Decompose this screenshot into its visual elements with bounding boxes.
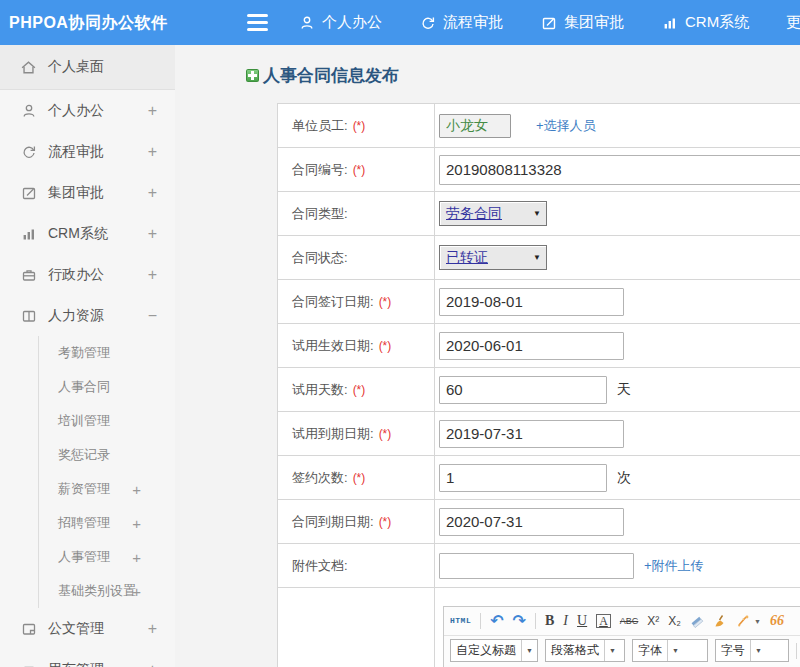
expand-plus-icon[interactable]: + bbox=[132, 583, 141, 600]
topnav-label: 集团审批 bbox=[564, 13, 624, 32]
bold-button[interactable]: B bbox=[545, 614, 554, 628]
expand-plus-icon[interactable]: + bbox=[148, 266, 157, 284]
required-mark: (*) bbox=[353, 471, 366, 485]
font-family-dropdown[interactable]: 字体 ▼ bbox=[632, 639, 708, 662]
topnav-label: 更 bbox=[786, 13, 800, 32]
chart-icon bbox=[20, 225, 37, 242]
italic-button[interactable]: I bbox=[563, 614, 568, 628]
field-label: 试用生效日期: bbox=[292, 337, 374, 355]
expand-plus-icon[interactable]: + bbox=[148, 661, 157, 667]
app-header: PHPOA协同办公软件 个人办公 流程审批 集团审批 CRM系统 bbox=[0, 0, 800, 45]
submenu-item-hr-contract[interactable]: 人事合同 bbox=[39, 370, 175, 404]
topnav-crm[interactable]: CRM系统 bbox=[661, 13, 749, 32]
submenu-item-rewards[interactable]: 奖惩记录 bbox=[39, 438, 175, 472]
sidebar-item-workflow-approval[interactable]: 流程审批 + bbox=[0, 131, 175, 172]
submenu-item-personnel[interactable]: 人事管理 + bbox=[39, 540, 175, 574]
blockquote-button[interactable]: 66 bbox=[770, 614, 784, 628]
sidebar-item-hr[interactable]: 人力资源 − bbox=[0, 295, 175, 336]
unit-label: 天 bbox=[617, 381, 631, 399]
submenu-item-recruiting[interactable]: 招聘管理 + bbox=[39, 506, 175, 540]
dropdown-label: 字号 bbox=[716, 640, 750, 661]
trial-start-date-input[interactable] bbox=[439, 332, 624, 360]
submenu-item-label: 招聘管理 bbox=[58, 514, 110, 532]
sidebar-item-personal-desktop[interactable]: 个人桌面 bbox=[0, 45, 175, 90]
sign-date-input[interactable] bbox=[439, 288, 624, 316]
field-label: 合同签订日期: bbox=[292, 293, 374, 311]
book-icon bbox=[20, 307, 37, 324]
attachment-input[interactable] bbox=[439, 553, 634, 579]
submenu-item-attendance[interactable]: 考勤管理 bbox=[39, 336, 175, 370]
sign-count-input[interactable] bbox=[439, 464, 607, 492]
form-row-trial-start-date: 试用生效日期: (*) bbox=[278, 324, 800, 368]
contract-no-input[interactable] bbox=[439, 155, 800, 185]
expand-plus-icon[interactable]: + bbox=[148, 143, 157, 161]
format-painter-icon[interactable] bbox=[736, 614, 750, 628]
submenu-item-salary[interactable]: 薪资管理 + bbox=[39, 472, 175, 506]
submenu-item-label: 人事合同 bbox=[58, 378, 110, 396]
sidebar-item-official-docs[interactable]: 公文管理 + bbox=[0, 608, 175, 649]
trial-days-input[interactable] bbox=[439, 376, 607, 404]
paragraph-format-dropdown[interactable]: 段落格式 ▼ bbox=[545, 639, 625, 662]
select-person-link[interactable]: +选择人员 bbox=[536, 117, 596, 135]
attachment-upload-link[interactable]: +附件上传 bbox=[644, 557, 704, 575]
redo-button[interactable]: ↷ bbox=[513, 613, 526, 629]
expand-plus-icon[interactable]: + bbox=[148, 620, 157, 638]
expand-plus-icon[interactable]: + bbox=[148, 102, 157, 120]
expand-plus-icon[interactable]: + bbox=[148, 184, 157, 202]
expand-plus-icon[interactable]: + bbox=[132, 481, 141, 498]
employee-input[interactable] bbox=[439, 114, 511, 138]
app-logo: PHPOA协同办公软件 bbox=[9, 0, 167, 45]
dropdown-label: 段落格式 bbox=[546, 640, 604, 661]
topnav-personal-office[interactable]: 个人办公 bbox=[298, 13, 382, 32]
required-mark: (*) bbox=[379, 427, 392, 441]
subscript-button[interactable]: X₂ bbox=[668, 615, 681, 627]
doc-icon bbox=[20, 620, 37, 637]
chevron-down-icon: ▼ bbox=[521, 640, 537, 661]
submenu-item-training[interactable]: 培训管理 bbox=[39, 404, 175, 438]
field-label: 合同类型: bbox=[292, 205, 348, 223]
required-mark: (*) bbox=[379, 515, 392, 529]
font-size-dropdown[interactable]: 字号 ▼ bbox=[715, 639, 789, 662]
html-source-button[interactable]: HTML bbox=[450, 617, 471, 625]
strikethrough-button[interactable]: ABC bbox=[620, 617, 639, 626]
topnav-label: 流程审批 bbox=[443, 13, 503, 32]
topnav-group-approval[interactable]: 集团审批 bbox=[540, 13, 624, 32]
sidebar-item-vehicle[interactable]: 用车管理 + bbox=[0, 649, 175, 667]
sidebar-item-admin-office[interactable]: 行政办公 + bbox=[0, 254, 175, 295]
topnav-more[interactable]: 更 bbox=[786, 13, 800, 32]
trial-expire-date-input[interactable] bbox=[439, 420, 624, 448]
contract-type-select[interactable]: 劳务合同 ▼ bbox=[439, 201, 547, 226]
sidebar-item-group-approval[interactable]: 集团审批 + bbox=[0, 172, 175, 213]
form-row-trial-days: 试用天数: (*) 天 bbox=[278, 368, 800, 412]
field-label: 合同编号: bbox=[292, 161, 348, 179]
expand-plus-icon[interactable]: + bbox=[132, 515, 141, 532]
contract-expire-date-input[interactable] bbox=[439, 508, 624, 536]
page-title: 人事合同信息发布 bbox=[246, 64, 399, 87]
sidebar-item-crm[interactable]: CRM系统 + bbox=[0, 213, 175, 254]
collapse-minus-icon[interactable]: − bbox=[148, 307, 157, 325]
underline-button[interactable]: U bbox=[577, 614, 587, 628]
field-label: 试用天数: bbox=[292, 381, 348, 399]
topnav-workflow-approval[interactable]: 流程审批 bbox=[419, 13, 503, 32]
format-clean-broom-icon[interactable] bbox=[713, 614, 727, 628]
form-row-contract-expire-date: 合同到期日期: (*) bbox=[278, 500, 800, 544]
home-icon bbox=[20, 59, 37, 76]
field-label: 附件文档: bbox=[292, 557, 348, 575]
menu-toggle-icon[interactable] bbox=[247, 14, 268, 31]
field-label: 单位员工: bbox=[292, 117, 348, 135]
eraser-icon[interactable] bbox=[690, 615, 704, 628]
expand-plus-icon[interactable]: + bbox=[148, 225, 157, 243]
sidebar-item-label: 用车管理 bbox=[48, 661, 104, 667]
chevron-down-icon: ▼ bbox=[533, 209, 541, 218]
custom-title-dropdown[interactable]: 自定义标题 ▼ bbox=[450, 639, 538, 662]
contract-status-select[interactable]: 已转证 ▼ bbox=[439, 245, 547, 270]
font-color-button[interactable]: A bbox=[596, 614, 611, 628]
chevron-down-icon[interactable]: ▼ bbox=[754, 618, 761, 625]
undo-button[interactable]: ↶ bbox=[490, 613, 503, 629]
sidebar-item-personal-office[interactable]: 个人办公 + bbox=[0, 90, 175, 131]
expand-plus-icon[interactable]: + bbox=[132, 549, 141, 566]
submenu-item-base-category[interactable]: 基础类别设置 + bbox=[39, 574, 175, 608]
form-row-contract-type: 合同类型: 劳务合同 ▼ bbox=[278, 192, 800, 236]
sidebar-item-label: 集团审批 bbox=[48, 184, 104, 202]
superscript-button[interactable]: X² bbox=[647, 615, 659, 627]
